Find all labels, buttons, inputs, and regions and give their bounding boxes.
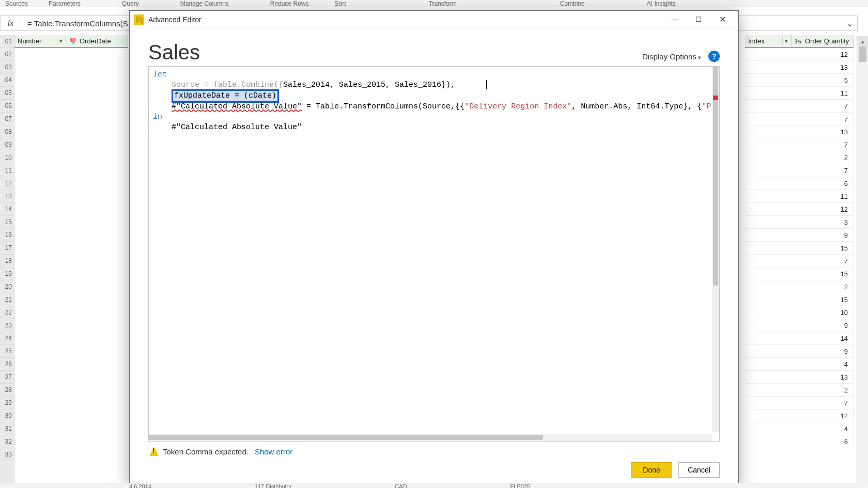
- cell-order-quantity[interactable]: 2: [745, 280, 854, 293]
- row-header[interactable]: 06: [0, 100, 14, 113]
- cell-order-quantity[interactable]: 11: [745, 87, 854, 99]
- row-header[interactable]: 07: [0, 113, 14, 125]
- table-row[interactable]: 13: [745, 61, 854, 74]
- cell-order-quantity[interactable]: 10: [745, 306, 854, 319]
- table-row[interactable]: 4: [745, 358, 854, 371]
- table-row[interactable]: 11: [745, 87, 854, 100]
- formula-text[interactable]: = Table.TransformColumns(S: [21, 19, 134, 28]
- cell-order-quantity[interactable]: 13: [745, 371, 854, 383]
- row-header[interactable]: 20: [0, 280, 14, 293]
- show-error-link[interactable]: Show error: [255, 447, 292, 456]
- table-row[interactable]: 7: [745, 100, 854, 113]
- table-row[interactable]: 7: [745, 138, 854, 151]
- table-row[interactable]: 7: [745, 255, 854, 267]
- row-header[interactable]: 11: [0, 164, 14, 177]
- row-header[interactable]: 26: [0, 358, 14, 371]
- code-editor[interactable]: let Source = Table.Combine({Sales_2014, …: [148, 66, 720, 442]
- cell-order-quantity[interactable]: 7: [745, 164, 854, 177]
- table-row[interactable]: 12: [745, 203, 854, 216]
- cell-order-quantity[interactable]: 11: [745, 190, 854, 202]
- row-header[interactable]: 15: [0, 216, 14, 229]
- column-header-index[interactable]: Index▾: [745, 35, 792, 48]
- code-vertical-scrollbar[interactable]: [712, 67, 719, 432]
- column-dropdown-icon[interactable]: ▾: [57, 38, 63, 44]
- table-row[interactable]: 2: [745, 384, 854, 397]
- row-header[interactable]: 02: [0, 48, 14, 61]
- cell-order-quantity[interactable]: 7: [745, 255, 854, 267]
- highlighted-code[interactable]: fxUpdateDate = (cDate): [172, 89, 279, 103]
- column-header-orderdate[interactable]: OrderDate: [66, 35, 128, 48]
- row-header[interactable]: 16: [0, 229, 14, 242]
- table-row[interactable]: 15: [745, 267, 854, 280]
- row-header[interactable]: 12: [0, 177, 14, 190]
- cell-order-quantity[interactable]: 15: [745, 267, 854, 280]
- cell-order-quantity[interactable]: 13: [745, 61, 854, 73]
- cell-order-quantity[interactable]: 13: [745, 125, 854, 138]
- cell-order-quantity[interactable]: 3: [745, 216, 854, 228]
- cell-order-quantity[interactable]: 7: [745, 397, 854, 409]
- cancel-button[interactable]: Cancel: [678, 462, 720, 478]
- cell-order-quantity[interactable]: 12: [745, 203, 854, 215]
- row-header[interactable]: 17: [0, 242, 14, 255]
- row-header[interactable]: 05: [0, 87, 14, 100]
- table-row[interactable]: 5: [745, 74, 854, 87]
- cell-order-quantity[interactable]: 12: [745, 48, 854, 60]
- table-row[interactable]: 13: [745, 371, 854, 384]
- vertical-scrollbar[interactable]: ▴: [857, 36, 868, 488]
- row-header[interactable]: 04: [0, 74, 14, 87]
- table-row[interactable]: 6: [745, 435, 854, 448]
- row-header[interactable]: 10: [0, 151, 14, 164]
- table-row[interactable]: 6: [745, 177, 854, 190]
- row-header[interactable]: 22: [0, 306, 14, 319]
- dialog-titlebar[interactable]: Advanced Editor — ☐ ✕: [130, 11, 738, 28]
- cell-order-quantity[interactable]: 6: [745, 177, 854, 190]
- table-row[interactable]: 4: [745, 422, 854, 435]
- row-header[interactable]: 19: [0, 267, 14, 280]
- table-row[interactable]: 2: [745, 151, 854, 164]
- cell-order-quantity[interactable]: 6: [745, 435, 854, 448]
- row-header[interactable]: 03: [0, 61, 14, 74]
- display-options-dropdown[interactable]: Display Options: [642, 52, 701, 61]
- cell-order-quantity[interactable]: 4: [745, 422, 854, 435]
- row-header[interactable]: 18: [0, 255, 14, 267]
- table-row[interactable]: 7: [745, 397, 854, 410]
- table-row[interactable]: 12: [745, 410, 854, 422]
- cell-order-quantity[interactable]: 2: [745, 384, 854, 396]
- cell-order-quantity[interactable]: 15: [745, 242, 854, 254]
- column-dropdown-icon[interactable]: ▾: [782, 38, 788, 44]
- table-row[interactable]: 15: [745, 242, 854, 255]
- table-row[interactable]: 9: [745, 229, 854, 242]
- maximize-button[interactable]: ☐: [687, 12, 710, 27]
- table-row[interactable]: 12: [745, 48, 854, 61]
- column-header-number[interactable]: Number▾: [14, 35, 66, 48]
- scrollbar-thumb[interactable]: [149, 435, 543, 440]
- table-row[interactable]: 9: [745, 345, 854, 358]
- cell-order-quantity[interactable]: 5: [745, 74, 854, 86]
- scroll-up-icon[interactable]: ▴: [857, 36, 868, 46]
- formula-expand-icon[interactable]: ⌄: [846, 19, 857, 28]
- table-row[interactable]: 3: [745, 216, 854, 229]
- table-row[interactable]: 7: [745, 113, 854, 125]
- row-header[interactable]: 24: [0, 332, 14, 345]
- row-header[interactable]: 23: [0, 319, 14, 332]
- table-row[interactable]: 10: [745, 306, 854, 319]
- row-header[interactable]: 32: [0, 435, 14, 448]
- table-row[interactable]: 9: [745, 319, 854, 332]
- table-row[interactable]: 2: [745, 280, 854, 293]
- done-button[interactable]: Done: [631, 462, 672, 478]
- cell-order-quantity[interactable]: 7: [745, 138, 854, 151]
- table-row[interactable]: 14: [745, 332, 854, 345]
- table-row[interactable]: 13: [745, 125, 854, 138]
- cell-order-quantity[interactable]: 12: [745, 410, 854, 422]
- row-header[interactable]: 30: [0, 410, 14, 422]
- code-horizontal-scrollbar[interactable]: [149, 434, 712, 441]
- table-row[interactable]: 7: [745, 164, 854, 177]
- table-row[interactable]: 11: [745, 190, 854, 203]
- cell-order-quantity[interactable]: 9: [745, 319, 854, 332]
- cell-order-quantity[interactable]: 4: [745, 358, 854, 370]
- cell-order-quantity[interactable]: 2: [745, 151, 854, 164]
- row-header[interactable]: 33: [0, 448, 14, 461]
- help-icon[interactable]: ?: [708, 51, 720, 62]
- cell-order-quantity[interactable]: 15: [745, 293, 854, 306]
- error-marker-icon[interactable]: [713, 96, 718, 100]
